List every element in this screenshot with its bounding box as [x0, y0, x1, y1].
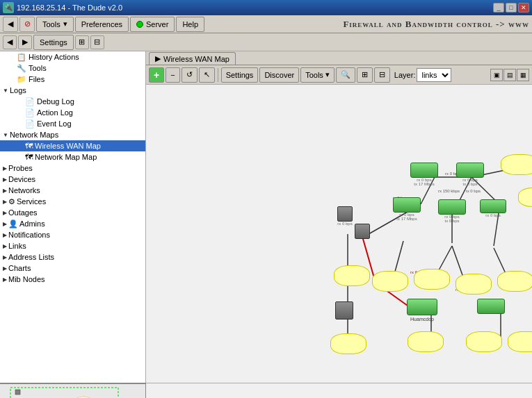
cloud-6-body — [372, 271, 408, 292]
remove-icon: − — [170, 71, 175, 79]
svg-rect-56 — [10, 388, 118, 398]
maximize-button[interactable]: □ — [506, 3, 517, 13]
tab-bar: ▶ Wireless WAN Map — [146, 51, 532, 65]
files-icon: 📁 — [17, 75, 26, 84]
router-6-body — [477, 299, 505, 314]
minimize-button[interactable]: _ — [493, 3, 504, 13]
sidebar-section-mib-nodes[interactable]: ▶ Mib Nodes — [0, 274, 145, 285]
node-router-huamcdop[interactable]: Huamcdop — [407, 299, 437, 322]
map-canvas[interactable]: rx 0 bps tx 0 bps rx 150 kbps tx 0 bps r… — [146, 85, 532, 383]
node-device-2[interactable] — [355, 224, 370, 239]
services-label: Services — [17, 197, 46, 206]
router-2-body — [456, 163, 484, 178]
remove-button[interactable]: − — [166, 67, 179, 83]
settings-button[interactable]: Settings — [33, 35, 74, 50]
sidebar-item-history-actions[interactable]: 📋 History Actions — [0, 51, 145, 63]
close-button[interactable]: ✕ — [518, 3, 529, 13]
sidebar-section-address-lists[interactable]: ▶ Address Lists — [0, 251, 145, 263]
sidebar-item-files[interactable]: 📁 Files — [0, 74, 145, 85]
networks-expand-icon: ▶ — [3, 188, 7, 194]
node-router-1[interactable]: rx 0 bps tx 17 Mbps — [410, 163, 438, 186]
node-device-3[interactable] — [335, 301, 353, 320]
node-device-1[interactable]: rx 0 bps — [337, 206, 353, 226]
find-button[interactable]: 🔍 — [336, 67, 355, 83]
sidebar-item-event-log[interactable]: 📄 Event Log — [0, 118, 145, 129]
mini-map[interactable] — [0, 383, 146, 398]
network-maps-expand-icon: ▼ — [3, 132, 8, 138]
tools-dropdown-icon: ▾ — [63, 19, 67, 28]
node-cloud-12[interactable] — [466, 331, 502, 352]
cloud-9-body — [497, 271, 532, 292]
main-layout: 📋 History Actions 🔧 Tools 📁 Files ▼ Logs… — [0, 51, 532, 383]
align-button[interactable]: ⊟ — [374, 67, 390, 83]
node-router-5[interactable]: rx 0 bps — [480, 199, 506, 217]
import-icon[interactable]: ⊟ — [90, 35, 104, 49]
node-cloud-13[interactable] — [508, 331, 532, 352]
node-router-4[interactable]: rx 0 bps tx 0 bps — [438, 199, 466, 223]
node-cloud-8[interactable] — [456, 274, 492, 295]
sidebar-section-probes[interactable]: ▶ Probes — [0, 163, 145, 174]
sidebar-item-wireless-wan-map[interactable]: 🗺 Wireless WAN Map — [0, 140, 145, 151]
toolbar-separator-1 — [218, 68, 218, 82]
tab-label: Wireless WAN Map — [163, 55, 229, 63]
stop-button[interactable]: ⊘ — [19, 17, 35, 32]
sidebar-item-action-log[interactable]: 📄 Action Log — [0, 107, 145, 118]
node-cloud-3[interactable] — [518, 188, 532, 207]
cursor-button[interactable]: ↖ — [199, 67, 215, 83]
node-cloud-1[interactable] — [501, 154, 532, 175]
sidebar-section-admins[interactable]: ▶ 👤 Admins — [0, 218, 145, 229]
sidebar-item-network-map-map[interactable]: 🗺 Network Map Map — [0, 151, 145, 163]
tools-menu[interactable]: Tools ▾ — [36, 17, 74, 32]
map-settings-button[interactable]: Settings — [221, 67, 259, 83]
view-btn-2[interactable]: ▤ — [503, 69, 516, 81]
back-button[interactable]: ◀ — [3, 17, 18, 32]
tab-wireless-wan-map[interactable]: ▶ Wireless WAN Map — [149, 52, 236, 65]
node-cloud-5[interactable] — [334, 265, 370, 286]
server-button[interactable]: Server — [130, 17, 175, 32]
export-icon[interactable]: ⊞ — [75, 35, 89, 49]
align-icon: ⊟ — [379, 70, 385, 79]
nav-forward-icon[interactable]: ▶ — [18, 35, 32, 49]
sidebar-section-services[interactable]: ▶ ⚙ Services — [0, 196, 145, 207]
sidebar-section-links[interactable]: ▶ Links — [0, 240, 145, 251]
node-cloud-7[interactable] — [414, 269, 450, 290]
nav-back-icon[interactable]: ◀ — [3, 35, 17, 49]
layer-select[interactable]: links — [417, 68, 451, 82]
sidebar-section-devices[interactable]: ▶ Devices — [0, 174, 145, 185]
sidebar-section-networks[interactable]: ▶ Networks — [0, 185, 145, 196]
node-cloud-11[interactable] — [408, 331, 444, 352]
sidebar-section-charts[interactable]: ▶ Charts — [0, 263, 145, 274]
preferences-button[interactable]: Preferences — [75, 17, 129, 32]
sidebar-section-outages[interactable]: ▶ Outages — [0, 207, 145, 218]
logs-expand-icon: ▼ — [3, 88, 8, 94]
settings-label: Settings — [40, 38, 67, 47]
node-router-2[interactable]: rx 0 bps tx 0 bps — [456, 163, 484, 186]
devices-expand-icon: ▶ — [3, 176, 7, 183]
menu-bar: ◀ ⊘ Tools ▾ Preferences Server Help Fire… — [0, 15, 532, 33]
discover-button[interactable]: Discover — [259, 67, 299, 83]
sidebar-item-tools[interactable]: 🔧 Tools — [0, 63, 145, 74]
node-router-3[interactable]: rx 0 bps tx 17 Mbps — [393, 197, 421, 221]
node-cloud-6[interactable] — [372, 271, 408, 292]
add-button[interactable]: + — [149, 67, 164, 83]
sidebar-section-network-maps[interactable]: ▼ Network Maps — [0, 129, 145, 140]
node-cloud-10[interactable] — [330, 333, 366, 354]
svg-text:rx 150 kbps: rx 150 kbps — [438, 189, 460, 193]
grid-button[interactable]: ⊞ — [357, 67, 373, 83]
sidebar-section-notifications[interactable]: ▶ Notifications — [0, 229, 145, 240]
notifications-label: Notifications — [8, 231, 50, 239]
services-gear-icon: ⚙ — [8, 197, 15, 206]
sidebar-scroll[interactable]: 📋 History Actions 🔧 Tools 📁 Files ▼ Logs… — [0, 51, 145, 383]
refresh-button[interactable]: ↺ — [182, 67, 198, 83]
links-label: Links — [8, 242, 26, 250]
map-tools-button[interactable]: Tools ▾ — [300, 67, 334, 83]
sidebar-item-debug-log[interactable]: 📄 Debug Log — [0, 96, 145, 107]
view-btn-3[interactable]: ▦ — [517, 69, 529, 81]
node-router-6[interactable] — [477, 299, 505, 314]
node-cloud-9[interactable] — [497, 271, 532, 292]
map-tools-label: Tools — [305, 71, 323, 79]
view-btn-1[interactable]: ▣ — [490, 69, 503, 81]
help-menu[interactable]: Help — [176, 17, 204, 32]
logs-label: Logs — [10, 86, 26, 94]
sidebar-section-logs[interactable]: ▼ Logs — [0, 85, 145, 96]
